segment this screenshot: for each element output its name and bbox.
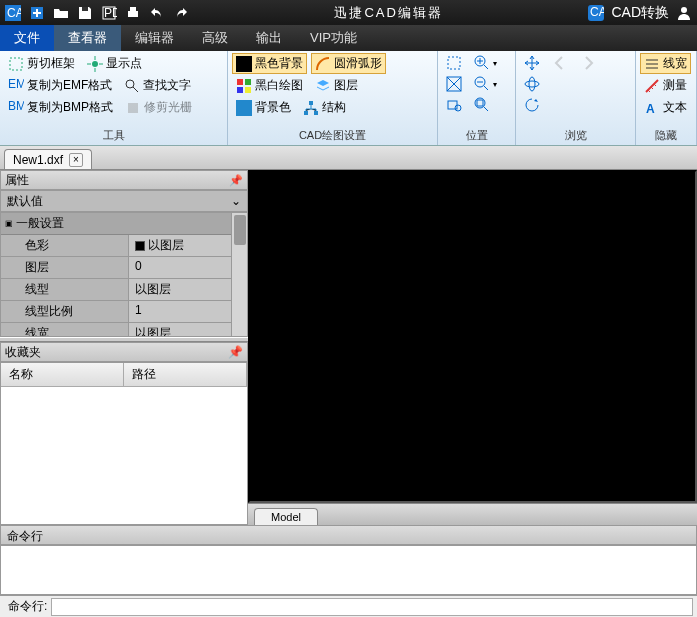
zoom-all-button[interactable] bbox=[470, 95, 494, 115]
chevron-down-icon: ⌄ bbox=[231, 194, 241, 208]
svg-rect-17 bbox=[236, 56, 252, 72]
black-bg-label: 黑色背景 bbox=[255, 55, 303, 72]
prop-value[interactable]: 以图层 bbox=[129, 323, 231, 337]
layers-label: 图层 bbox=[334, 77, 358, 94]
command-line: 命令行: bbox=[0, 595, 697, 617]
svg-text:EMF: EMF bbox=[8, 78, 24, 91]
struct-button[interactable]: 结构 bbox=[299, 97, 350, 118]
svg-rect-11 bbox=[10, 58, 22, 70]
zoom-extents-button[interactable] bbox=[442, 53, 466, 73]
prop-value[interactable]: 1 bbox=[129, 301, 231, 322]
svg-point-12 bbox=[92, 61, 98, 67]
copy-bmp-button[interactable]: BMP复制为BMP格式 bbox=[4, 97, 117, 118]
prop-value[interactable]: 以图层 bbox=[129, 279, 231, 300]
layers-button[interactable]: 图层 bbox=[311, 75, 362, 96]
scrollbar[interactable] bbox=[231, 213, 247, 336]
trim-raster-button[interactable]: 修剪光栅 bbox=[121, 97, 196, 118]
properties-title: 属性 bbox=[5, 172, 29, 189]
property-group-header[interactable]: ▣一般设置 bbox=[1, 213, 231, 235]
svg-rect-19 bbox=[245, 79, 251, 85]
svg-rect-16 bbox=[128, 103, 138, 113]
document-tab[interactable]: New1.dxf × bbox=[4, 149, 92, 169]
prop-key: 线型 bbox=[1, 279, 129, 300]
svg-rect-30 bbox=[448, 101, 457, 109]
favorites-col-path[interactable]: 路径 bbox=[124, 363, 247, 386]
svg-rect-3 bbox=[82, 7, 88, 11]
favorites-col-name[interactable]: 名称 bbox=[1, 363, 124, 386]
svg-rect-22 bbox=[236, 100, 252, 116]
command-input[interactable] bbox=[51, 598, 693, 616]
pan-button[interactable] bbox=[520, 53, 544, 73]
menu-advanced[interactable]: 高级 bbox=[188, 25, 242, 51]
save-icon[interactable] bbox=[76, 4, 94, 22]
zoom-fit-button[interactable] bbox=[442, 74, 466, 94]
properties-panel-header[interactable]: 属性 📌 bbox=[0, 170, 248, 190]
svg-rect-26 bbox=[448, 57, 460, 69]
lineweight-button[interactable]: 线宽 bbox=[640, 53, 691, 74]
close-tab-icon[interactable]: × bbox=[69, 153, 83, 167]
svg-rect-25 bbox=[314, 111, 318, 115]
svg-text:CAD: CAD bbox=[7, 6, 21, 20]
open-icon[interactable] bbox=[52, 4, 70, 22]
menu-vip[interactable]: VIP功能 bbox=[296, 25, 371, 51]
document-tabs: New1.dxf × bbox=[0, 146, 697, 170]
ribbon-group-pos-label: 位置 bbox=[442, 127, 511, 145]
favorites-table: 名称 路径 bbox=[0, 362, 248, 525]
bg-color-button[interactable]: 背景色 bbox=[232, 97, 295, 118]
nav-back-button bbox=[548, 53, 572, 73]
smooth-arc-button[interactable]: 圆滑弧形 bbox=[311, 53, 386, 74]
command-panel-header[interactable]: 命令行 bbox=[0, 525, 697, 545]
svg-rect-23 bbox=[309, 101, 313, 105]
copy-emf-button[interactable]: EMF复制为EMF格式 bbox=[4, 75, 116, 96]
prop-value[interactable]: 以图层 bbox=[129, 235, 231, 256]
svg-rect-21 bbox=[245, 87, 251, 93]
svg-text:BMP: BMP bbox=[8, 100, 24, 113]
zoom-out-button[interactable]: ▾ bbox=[470, 74, 501, 94]
prop-value[interactable]: 0 bbox=[129, 257, 231, 278]
save-pdf-icon[interactable]: PDF bbox=[100, 4, 118, 22]
menu-output[interactable]: 输出 bbox=[242, 25, 296, 51]
default-value-dropdown[interactable]: 默认值 ⌄ bbox=[0, 190, 248, 212]
clip-frame-button[interactable]: 剪切框架 bbox=[4, 53, 79, 74]
prop-key: 图层 bbox=[1, 257, 129, 278]
svg-rect-24 bbox=[304, 111, 308, 115]
text-label: 文本 bbox=[663, 99, 687, 116]
chevron-down-icon: ▾ bbox=[493, 80, 497, 89]
favorites-panel-header[interactable]: 收藏夹 📌 bbox=[0, 342, 248, 362]
app-title: 迅捷CAD编辑器 bbox=[196, 4, 581, 22]
text-button[interactable]: A文本 bbox=[640, 97, 691, 118]
new-icon[interactable] bbox=[28, 4, 46, 22]
lineweight-label: 线宽 bbox=[663, 55, 687, 72]
show-point-button[interactable]: 显示点 bbox=[83, 53, 146, 74]
menu-viewer[interactable]: 查看器 bbox=[54, 25, 121, 51]
menu-editor[interactable]: 编辑器 bbox=[121, 25, 188, 51]
ribbon-group-hide-label: 隐藏 bbox=[640, 127, 692, 145]
user-icon[interactable] bbox=[675, 4, 693, 22]
undo-icon[interactable] bbox=[148, 4, 166, 22]
redo-icon[interactable] bbox=[172, 4, 190, 22]
cad-convert-button[interactable]: CAD转换 bbox=[611, 4, 669, 22]
menu-file[interactable]: 文件 bbox=[0, 25, 54, 51]
model-tab[interactable]: Model bbox=[254, 508, 318, 525]
black-bg-button[interactable]: 黑色背景 bbox=[232, 53, 307, 74]
pin-icon[interactable]: 📌 bbox=[229, 174, 243, 187]
bg-color-label: 背景色 bbox=[255, 99, 291, 116]
svg-rect-6 bbox=[128, 11, 138, 17]
scrollbar-thumb[interactable] bbox=[234, 215, 246, 245]
copy-emf-label: 复制为EMF格式 bbox=[27, 77, 112, 94]
orbit-button[interactable] bbox=[520, 74, 544, 94]
print-icon[interactable] bbox=[124, 4, 142, 22]
bw-draw-button[interactable]: 黑白绘图 bbox=[232, 75, 307, 96]
drawing-canvas[interactable] bbox=[248, 170, 697, 503]
zoom-in-button[interactable]: ▾ bbox=[470, 53, 501, 73]
model-tab-bar: Model bbox=[248, 503, 697, 525]
measure-button[interactable]: 测量 bbox=[640, 75, 691, 96]
zoom-window-button[interactable] bbox=[442, 95, 466, 115]
measure-label: 测量 bbox=[663, 77, 687, 94]
rotate-view-button[interactable] bbox=[520, 95, 544, 115]
find-text-button[interactable]: 查找文字 bbox=[120, 75, 195, 96]
ribbon-group-browse-label: 浏览 bbox=[520, 127, 631, 145]
pin-icon[interactable]: 📌 bbox=[228, 345, 243, 359]
svg-text:A: A bbox=[646, 102, 655, 116]
svg-point-14 bbox=[126, 80, 134, 88]
